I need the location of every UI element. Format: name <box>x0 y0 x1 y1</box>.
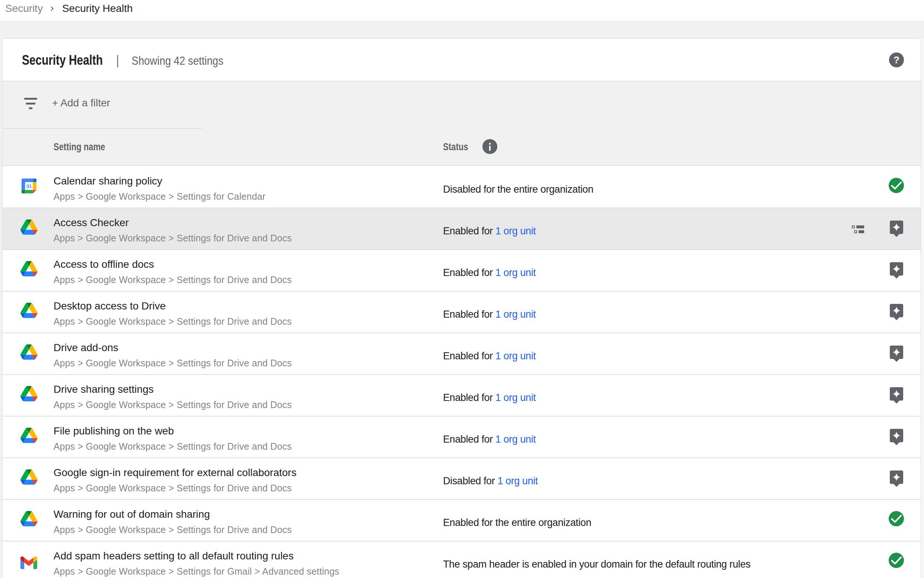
svg-text:31: 31 <box>26 183 32 189</box>
svg-text:?: ? <box>893 54 900 65</box>
